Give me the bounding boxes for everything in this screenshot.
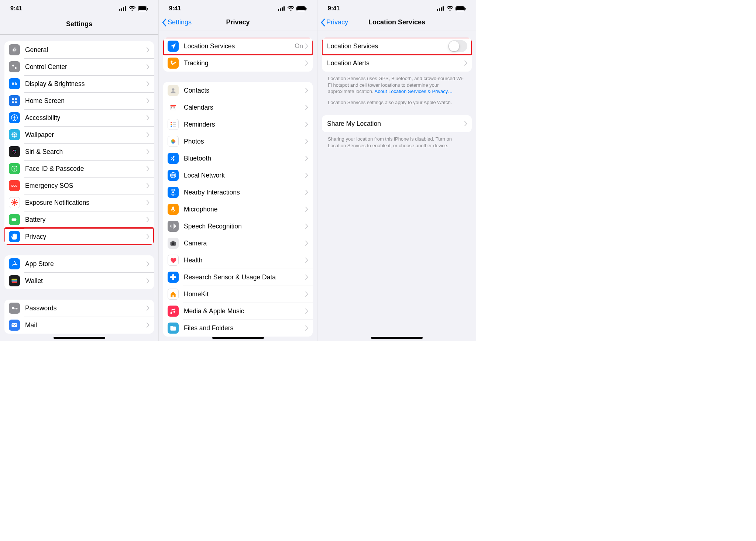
camera-icon	[168, 238, 179, 249]
location-group-toggle: Location Services Location Alerts	[322, 38, 472, 72]
gear-icon	[9, 44, 20, 55]
home-indicator[interactable]	[54, 337, 105, 339]
chevron-right-icon	[147, 132, 150, 137]
row-home-screen[interactable]: Home Screen	[4, 92, 154, 109]
row-location-services[interactable]: Location ServicesOn	[163, 38, 313, 55]
battery-icon	[456, 6, 466, 11]
row-bluetooth[interactable]: Bluetooth	[163, 150, 313, 167]
location-toggle[interactable]	[448, 40, 467, 52]
chevron-right-icon	[305, 292, 308, 297]
chevron-right-icon	[305, 258, 308, 263]
navbar: Settings	[0, 14, 158, 35]
battery-icon	[296, 6, 307, 11]
about-location-link[interactable]: About Location Services & Privacy…	[374, 89, 453, 94]
virus-icon	[9, 197, 20, 208]
hand-icon	[9, 231, 20, 242]
row-media[interactable]: Media & Apple Music	[163, 303, 313, 320]
battery-icon	[138, 6, 148, 11]
settings-group-main: General Control Center Display & Brightn…	[4, 41, 154, 245]
settings-group-store: App Store Wallet	[4, 255, 154, 289]
battery-settings-icon	[9, 214, 20, 225]
row-display[interactable]: Display & Brightness	[4, 75, 154, 92]
contacts-icon	[168, 85, 179, 96]
back-button[interactable]: Settings	[162, 18, 192, 27]
status-bar: 9:41	[0, 0, 158, 14]
folder-icon	[168, 323, 179, 334]
row-local-network[interactable]: Local Network	[163, 167, 313, 184]
row-passwords[interactable]: Passwords	[4, 300, 154, 317]
row-health[interactable]: Health	[163, 252, 313, 269]
row-mail[interactable]: Mail	[4, 317, 154, 334]
chevron-left-icon	[162, 18, 167, 27]
signal-icon	[437, 6, 444, 11]
row-contacts[interactable]: Contacts	[163, 82, 313, 99]
wallpaper-icon	[9, 129, 20, 140]
row-accessibility[interactable]: Accessibility	[4, 109, 154, 126]
key-icon	[9, 303, 20, 314]
row-privacy[interactable]: Privacy	[4, 228, 154, 245]
chevron-left-icon	[320, 18, 326, 27]
chevron-right-icon	[147, 115, 150, 120]
chevron-right-icon	[305, 190, 308, 195]
row-control-center[interactable]: Control Center	[4, 58, 154, 75]
chevron-right-icon	[147, 64, 150, 69]
row-location-alerts[interactable]: Location Alerts	[322, 55, 472, 72]
row-faceid[interactable]: Face ID & Passcode	[4, 160, 154, 177]
location-group-share: Share My Location	[322, 115, 472, 132]
nearby-icon	[168, 187, 179, 198]
chevron-right-icon	[147, 306, 150, 311]
appstore-icon	[9, 258, 20, 269]
screen-location-services: 9:41 Privacy Location Services Location …	[317, 0, 476, 341]
row-exposure[interactable]: Exposure Notifications	[4, 194, 154, 211]
row-homekit[interactable]: HomeKit	[163, 286, 313, 303]
row-nearby[interactable]: Nearby Interactions	[163, 184, 313, 201]
row-microphone[interactable]: Microphone	[163, 201, 313, 218]
chevron-right-icon	[305, 139, 308, 144]
row-tracking[interactable]: Tracking	[163, 55, 313, 72]
sliders-icon	[9, 61, 20, 72]
row-research[interactable]: Research Sensor & Usage Data	[163, 269, 313, 286]
chevron-right-icon	[147, 323, 150, 328]
chevron-right-icon	[305, 105, 308, 110]
calendar-icon	[168, 102, 179, 113]
row-speech[interactable]: Speech Recognition	[163, 218, 313, 235]
row-siri[interactable]: Siri & Search	[4, 143, 154, 160]
row-camera[interactable]: Camera	[163, 235, 313, 252]
waveform-icon	[168, 221, 179, 232]
row-app-store[interactable]: App Store	[4, 255, 154, 272]
siri-icon	[9, 146, 20, 157]
row-calendars[interactable]: Calendars	[163, 99, 313, 116]
chevron-right-icon	[305, 325, 308, 331]
row-reminders[interactable]: Reminders	[163, 116, 313, 133]
research-icon	[168, 272, 179, 283]
row-location-toggle[interactable]: Location Services	[322, 38, 472, 55]
back-label: Privacy	[326, 18, 348, 26]
chevron-right-icon	[464, 61, 467, 66]
row-files[interactable]: Files and Folders	[163, 320, 313, 337]
row-share-location[interactable]: Share My Location	[322, 115, 472, 132]
home-indicator[interactable]	[371, 337, 423, 339]
wallet-icon	[9, 275, 20, 286]
row-photos[interactable]: Photos	[163, 133, 313, 150]
row-battery[interactable]: Battery	[4, 211, 154, 228]
signal-icon	[278, 6, 285, 11]
chevron-right-icon	[464, 121, 467, 126]
chevron-right-icon	[147, 149, 150, 154]
back-button[interactable]: Privacy	[320, 18, 348, 27]
chevron-right-icon	[147, 166, 150, 171]
chevron-right-icon	[147, 234, 150, 239]
chevron-right-icon	[147, 200, 150, 205]
row-sos[interactable]: Emergency SOS	[4, 177, 154, 194]
row-wallet[interactable]: Wallet	[4, 272, 154, 289]
page-title: Privacy	[226, 18, 250, 26]
status-time: 9:41	[328, 5, 340, 12]
chevron-right-icon	[147, 217, 150, 222]
chevron-right-icon	[147, 183, 150, 188]
privacy-group-apps: Contacts Calendars Reminders Photos Blue…	[163, 82, 313, 337]
reminders-icon	[168, 119, 179, 130]
home-indicator[interactable]	[212, 337, 264, 339]
row-general[interactable]: General	[4, 41, 154, 58]
row-wallpaper[interactable]: Wallpaper	[4, 126, 154, 143]
chevron-right-icon	[305, 61, 308, 66]
music-icon	[168, 306, 179, 317]
